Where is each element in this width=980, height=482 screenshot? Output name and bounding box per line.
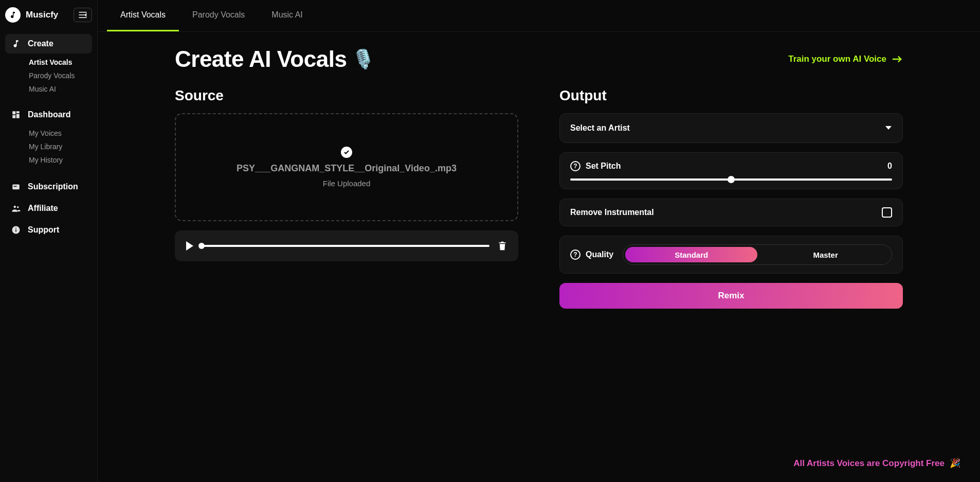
select-artist-label: Select an Artist: [570, 123, 630, 133]
pitch-slider[interactable]: [570, 178, 892, 181]
microphone-icon: 🎙️: [352, 48, 375, 70]
quality-segmented: Standard Master: [623, 244, 892, 265]
remove-instrumental-card: Remove Instrumental: [559, 199, 903, 226]
svg-point-2: [14, 206, 16, 208]
top-tabs: Artist Vocals Parody Vocals Music AI: [98, 0, 980, 32]
nav-item-parody-vocals[interactable]: Parody Vocals: [29, 69, 92, 82]
tab-artist-vocals[interactable]: Artist Vocals: [107, 0, 179, 31]
audio-player: [175, 230, 518, 261]
delete-file-button[interactable]: [498, 241, 507, 251]
brand-name: Musicfy: [26, 10, 58, 20]
quality-card: ? Quality Standard Master: [559, 236, 903, 274]
title-row: Create AI Vocals 🎙️ Train your own AI Vo…: [175, 46, 903, 72]
nav-subscription[interactable]: Subscription: [5, 176, 92, 198]
music-note-icon: [10, 38, 22, 49]
output-section: Output Select an Artist ? Set Pitch 0: [559, 87, 903, 309]
arrow-right-icon: [892, 55, 903, 63]
svg-point-3: [17, 206, 19, 208]
brand-logo-icon: [5, 7, 21, 23]
remove-instrumental-checkbox[interactable]: [882, 207, 892, 218]
nav-affiliate-label: Affiliate: [28, 204, 58, 213]
source-section: Source PSY___GANGNAM_STYLE__Original_Vid…: [175, 87, 518, 309]
upload-dropzone[interactable]: PSY___GANGNAM_STYLE__Original_Video_.mp3…: [175, 113, 518, 221]
sidebar-collapse-button[interactable]: [74, 8, 92, 22]
svg-rect-6: [15, 228, 16, 229]
nav-item-my-voices[interactable]: My Voices: [29, 127, 92, 140]
nav-item-my-history[interactable]: My History: [29, 153, 92, 167]
main-content: Create AI Vocals 🎙️ Train your own AI Vo…: [98, 32, 980, 482]
subscription-icon: [10, 181, 22, 192]
page-title: Create AI Vocals 🎙️: [175, 46, 375, 72]
affiliate-icon: [10, 203, 22, 214]
sidebar: Musicfy Create Artist Vocals Parody Voca…: [0, 0, 98, 482]
help-icon[interactable]: ?: [570, 249, 580, 260]
nav-section-create: Create Artist Vocals Parody Vocals Music…: [5, 34, 92, 96]
caret-down-icon: [885, 126, 892, 131]
playback-knob[interactable]: [198, 243, 205, 249]
remove-instrumental-label: Remove Instrumental: [570, 208, 654, 217]
upload-status: File Uploaded: [323, 179, 371, 188]
train-voice-link[interactable]: Train your own AI Voice: [788, 54, 903, 64]
nav-item-music-ai[interactable]: Music AI: [29, 82, 92, 96]
info-icon: [10, 224, 22, 236]
svg-rect-1: [14, 186, 17, 187]
columns: Source PSY___GANGNAM_STYLE__Original_Vid…: [175, 87, 903, 309]
quality-option-master[interactable]: Master: [759, 245, 892, 264]
tab-parody-vocals[interactable]: Parody Vocals: [179, 0, 258, 31]
party-popper-icon: 🎉: [950, 458, 960, 469]
brand-row: Musicfy: [5, 7, 92, 23]
nav-section-dashboard: Dashboard My Voices My Library My Histor…: [5, 105, 92, 167]
output-heading: Output: [559, 87, 903, 104]
nav-support-label: Support: [28, 225, 59, 235]
nav-dashboard[interactable]: Dashboard: [5, 105, 92, 124]
nav-create-items: Artist Vocals Parody Vocals Music AI: [29, 56, 92, 96]
svg-rect-0: [12, 185, 20, 190]
nav-create-label: Create: [28, 39, 53, 48]
copyright-note: All Artists Voices are Copyright Free 🎉: [793, 458, 960, 469]
trash-icon: [498, 241, 507, 251]
play-button[interactable]: [186, 241, 193, 251]
tab-music-ai[interactable]: Music AI: [258, 0, 316, 31]
quality-label: Quality: [586, 250, 613, 259]
nav-support[interactable]: Support: [5, 219, 92, 241]
check-circle-icon: [341, 147, 352, 158]
menu-collapse-icon: [78, 11, 87, 19]
pitch-value: 0: [887, 162, 892, 171]
pitch-label: Set Pitch: [586, 162, 621, 171]
pitch-card: ? Set Pitch 0: [559, 152, 903, 189]
playback-track[interactable]: [202, 245, 489, 247]
nav-item-artist-vocals[interactable]: Artist Vocals: [29, 56, 92, 69]
nav-dashboard-label: Dashboard: [28, 110, 71, 119]
help-icon[interactable]: ?: [570, 161, 580, 171]
nav-item-my-library[interactable]: My Library: [29, 140, 92, 153]
svg-rect-5: [15, 229, 16, 232]
page-title-text: Create AI Vocals: [175, 46, 347, 72]
select-artist-card[interactable]: Select an Artist: [559, 113, 903, 143]
train-voice-label: Train your own AI Voice: [788, 54, 886, 64]
uploaded-file-name: PSY___GANGNAM_STYLE__Original_Video_.mp3: [237, 163, 457, 174]
nav-dashboard-items: My Voices My Library My History: [29, 127, 92, 167]
nav-affiliate[interactable]: Affiliate: [5, 198, 92, 219]
nav-subscription-label: Subscription: [28, 182, 78, 191]
copyright-note-text: All Artists Voices are Copyright Free: [793, 458, 945, 469]
pitch-slider-knob[interactable]: [728, 176, 735, 183]
source-heading: Source: [175, 87, 518, 104]
quality-option-standard[interactable]: Standard: [625, 247, 757, 262]
remix-button[interactable]: Remix: [559, 283, 903, 309]
dashboard-icon: [10, 109, 22, 120]
nav-create[interactable]: Create: [5, 34, 92, 53]
